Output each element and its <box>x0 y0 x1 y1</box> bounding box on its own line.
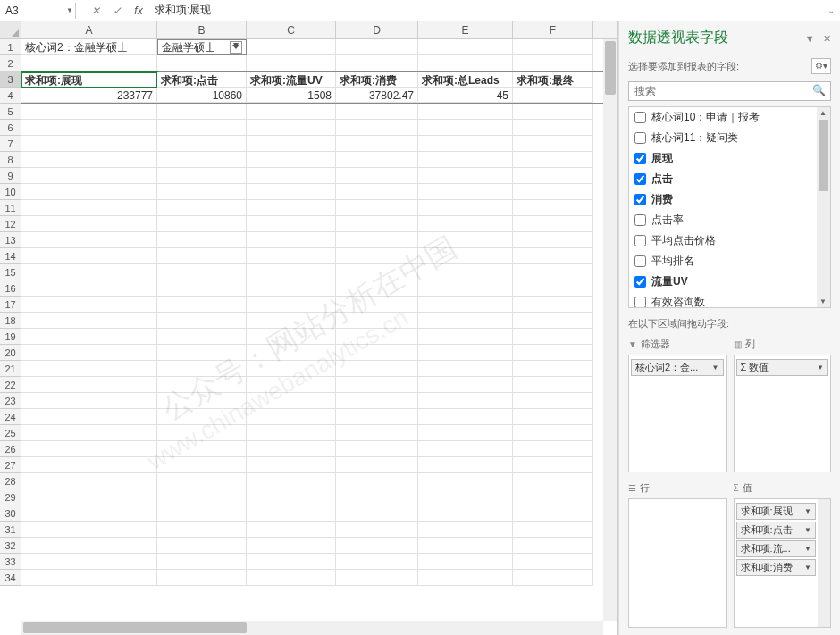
cell-A1[interactable]: 核心词2：金融学硕士 <box>21 39 157 55</box>
cell-D5[interactable] <box>336 104 418 120</box>
minimize-icon[interactable]: ▼ <box>805 33 815 44</box>
cell-E30[interactable] <box>418 505 513 522</box>
cell-F13[interactable] <box>513 232 593 248</box>
cell-E1[interactable] <box>418 39 513 55</box>
formula-cancel-button[interactable]: ✕ <box>85 4 106 17</box>
cell-F21[interactable] <box>513 361 593 377</box>
cell-D16[interactable] <box>336 280 418 297</box>
field-item[interactable]: 核心词11：疑问类 <box>629 128 830 148</box>
cell-C19[interactable] <box>247 329 336 345</box>
cell-A18[interactable] <box>21 313 157 329</box>
cell-C1[interactable] <box>247 39 336 55</box>
cell-F4[interactable] <box>513 88 593 103</box>
cell-E4[interactable]: 45 <box>418 88 513 103</box>
cell-E33[interactable] <box>418 554 513 570</box>
cell-A20[interactable] <box>21 345 157 361</box>
field-item[interactable]: 流量UV <box>629 272 830 292</box>
cell-B31[interactable] <box>157 522 247 538</box>
cell-C23[interactable] <box>247 393 336 409</box>
field-checkbox[interactable] <box>634 255 646 267</box>
cell-B14[interactable] <box>157 248 247 264</box>
row-header-16[interactable]: 16 <box>0 280 21 297</box>
cell-A32[interactable] <box>21 538 157 554</box>
cell-D13[interactable] <box>336 232 418 248</box>
cell-F5[interactable] <box>513 104 593 120</box>
chevron-down-icon[interactable]: ▼ <box>804 545 811 553</box>
cell-A24[interactable] <box>21 409 157 425</box>
cell-D31[interactable] <box>336 522 418 538</box>
field-list[interactable]: 核心词10：申请｜报考核心词11：疑问类展现点击消费点击率平均点击价格平均排名流… <box>628 106 831 308</box>
cell-E11[interactable] <box>418 200 513 216</box>
cell-A33[interactable] <box>21 554 157 570</box>
cell-C3[interactable]: 求和项:流量UV <box>247 72 336 88</box>
cell-F26[interactable] <box>513 441 593 457</box>
zone-filters[interactable]: ▼筛选器 核心词2：金...▼ <box>628 336 727 472</box>
chevron-down-icon[interactable]: ▼ <box>804 526 811 534</box>
field-checkbox[interactable] <box>634 276 646 288</box>
cell-F34[interactable] <box>513 570 593 586</box>
cell-C11[interactable] <box>247 200 336 216</box>
cell-F10[interactable] <box>513 184 593 200</box>
row-header-27[interactable]: 27 <box>0 457 21 473</box>
cell-C33[interactable] <box>247 554 336 570</box>
cell-F23[interactable] <box>513 393 593 409</box>
col-header-A[interactable]: A <box>21 21 157 38</box>
cell-C22[interactable] <box>247 377 336 393</box>
row-header-9[interactable]: 9 <box>0 168 21 184</box>
cell-C30[interactable] <box>247 505 336 522</box>
cell-E22[interactable] <box>418 377 513 393</box>
cell-A16[interactable] <box>21 280 157 297</box>
values-scrollbar[interactable] <box>818 499 830 628</box>
zone-rows[interactable]: ☰行 <box>628 480 727 629</box>
cell-E13[interactable] <box>418 232 513 248</box>
cell-B10[interactable] <box>157 184 247 200</box>
field-checkbox[interactable] <box>634 173 646 185</box>
cell-A13[interactable] <box>21 232 157 248</box>
row-header-22[interactable]: 22 <box>0 377 21 393</box>
cell-F22[interactable] <box>513 377 593 393</box>
cell-A14[interactable] <box>21 248 157 264</box>
cell-D1[interactable] <box>336 39 418 55</box>
row-header-31[interactable]: 31 <box>0 522 21 538</box>
grid[interactable]: 核心词2：金融学硕士 金融学硕士 求和项: <box>21 39 617 635</box>
row-header-32[interactable]: 32 <box>0 538 21 554</box>
cell-A3[interactable]: 求和项:展现 <box>21 72 157 88</box>
cell-F3[interactable]: 求和项:最终 <box>513 72 593 88</box>
cell-C4[interactable]: 1508 <box>247 88 336 103</box>
cell-C12[interactable] <box>247 216 336 232</box>
cell-E25[interactable] <box>418 425 513 441</box>
cell-D4[interactable]: 37802.47 <box>336 88 418 103</box>
cell-C25[interactable] <box>247 425 336 441</box>
col-header-B[interactable]: B <box>157 21 247 38</box>
row-header-20[interactable]: 20 <box>0 345 21 361</box>
cell-D3[interactable]: 求和项:消费 <box>336 72 418 88</box>
cell-F20[interactable] <box>513 345 593 361</box>
row-header-34[interactable]: 34 <box>0 570 21 586</box>
cell-B29[interactable] <box>157 489 247 505</box>
cell-A31[interactable] <box>21 522 157 538</box>
row-header-12[interactable]: 12 <box>0 216 21 232</box>
cell-A28[interactable] <box>21 473 157 489</box>
row-header-14[interactable]: 14 <box>0 248 21 264</box>
cell-F32[interactable] <box>513 538 593 554</box>
cell-C31[interactable] <box>247 522 336 538</box>
cell-A4[interactable]: 233777 <box>21 88 157 103</box>
zone-columns[interactable]: ▥列 Σ 数值▼ <box>734 336 832 472</box>
cell-F1[interactable] <box>513 39 593 55</box>
row-header-25[interactable]: 25 <box>0 425 21 441</box>
cell-C13[interactable] <box>247 232 336 248</box>
field-item[interactable]: 展现 <box>629 148 830 169</box>
cell-A7[interactable] <box>21 136 157 152</box>
cell-D29[interactable] <box>336 489 418 505</box>
zone-item[interactable]: 求和项:展现▼ <box>736 503 817 520</box>
cell-E17[interactable] <box>418 297 513 313</box>
cell-F8[interactable] <box>513 152 593 168</box>
row-header-13[interactable]: 13 <box>0 232 21 248</box>
cell-B15[interactable] <box>157 264 247 280</box>
cell-F24[interactable] <box>513 409 593 425</box>
col-header-F[interactable]: F <box>513 21 593 38</box>
field-checkbox[interactable] <box>634 112 646 123</box>
cell-F7[interactable] <box>513 136 593 152</box>
zone-item[interactable]: 求和项:消费▼ <box>736 559 817 576</box>
row-header-26[interactable]: 26 <box>0 441 21 457</box>
